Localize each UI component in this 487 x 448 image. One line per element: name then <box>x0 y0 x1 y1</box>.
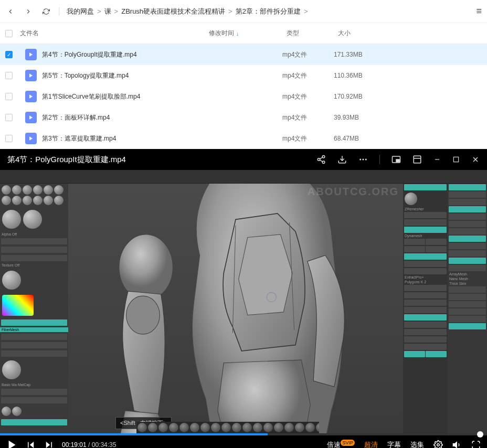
file-list: ✓ 第4节：PolyGroupIt提取重建.mp4 mp4文件 171.33MB… <box>0 44 487 149</box>
file-type: mp4文件 <box>282 134 334 143</box>
next-button[interactable] <box>44 440 54 448</box>
file-type: mp4文件 <box>282 92 334 101</box>
progress-bar[interactable] <box>0 433 487 435</box>
file-checkbox[interactable] <box>5 114 13 121</box>
svg-marker-3 <box>29 115 33 120</box>
breadcrumb-item[interactable]: 课 <box>104 7 111 16</box>
svg-marker-26 <box>9 441 16 448</box>
video-header: 第4节：PolyGroupIt提取重建.mp4 <box>0 149 487 170</box>
zbrush-menubar <box>0 170 487 184</box>
svg-marker-29 <box>46 442 50 448</box>
progress-fill <box>0 433 268 435</box>
svg-point-7 <box>322 161 325 164</box>
settings-icon[interactable] <box>433 440 443 448</box>
svg-line-8 <box>320 160 322 162</box>
time-display: 00:19:01 / 00:34:35 <box>62 441 116 448</box>
zbrush-viewport[interactable]: ABOUTCG.ORG <Shift - 左键按下> <box>68 184 403 433</box>
extractpro-label: ExtractPro+ <box>403 275 448 280</box>
breadcrumb-root[interactable]: 我的网盘 <box>67 7 94 16</box>
file-name: 第2节：面板环详解.mp4 <box>42 113 205 122</box>
svg-rect-14 <box>396 159 399 162</box>
file-checkbox[interactable] <box>5 93 13 100</box>
pip-icon[interactable] <box>391 155 401 164</box>
zbrush-right-panel-2: ArrayMesh Nano Mesh Thick Skin <box>448 170 487 433</box>
divider <box>379 155 380 164</box>
breadcrumb: 我的网盘 > 课 > ZBrush硬表面建模技术全流程精讲 > 第2章：部件拆分… <box>67 7 308 16</box>
color-picker[interactable] <box>2 295 34 316</box>
breadcrumb-item[interactable]: 第2章：部件拆分重建 <box>236 7 301 16</box>
svg-marker-27 <box>30 442 34 448</box>
file-type: mp4文件 <box>282 50 334 59</box>
download-icon[interactable] <box>337 155 347 164</box>
minimize-icon[interactable] <box>433 156 441 163</box>
fibermesh-label: FiberMesh <box>0 327 68 332</box>
play-button[interactable] <box>6 439 18 448</box>
video-title: 第4节：PolyGroupIt提取重建.mp4 <box>7 155 126 165</box>
column-time[interactable]: 修改时间↓ <box>209 29 287 38</box>
svg-point-6 <box>317 158 320 161</box>
file-checkbox[interactable] <box>5 72 13 79</box>
svg-marker-32 <box>453 442 457 448</box>
back-button[interactable] <box>5 6 16 17</box>
breadcrumb-item[interactable]: ZBrush硬表面建模技术全流程精讲 <box>121 7 225 16</box>
sort-icon: ↓ <box>236 30 239 37</box>
breadcrumb-sep: > <box>304 7 308 15</box>
alpha-label: Alpha Off <box>0 232 68 237</box>
video-file-icon <box>25 49 37 60</box>
nanomesh-label: Nano Mesh <box>448 276 487 281</box>
column-type[interactable]: 类型 <box>287 29 338 38</box>
speed-button[interactable]: 倍速SVIP <box>327 440 355 448</box>
zremesher-label: ZRemesher <box>403 207 448 211</box>
forward-button[interactable] <box>23 6 34 17</box>
file-name: 第4节：PolyGroupIt提取重建.mp4 <box>42 50 205 59</box>
file-size: 170.92MB <box>334 93 487 100</box>
prev-button[interactable] <box>26 440 36 448</box>
file-row[interactable]: 第5节：Topology提取重建.mp4 mp4文件 110.36MB <box>0 65 487 86</box>
file-checkbox[interactable]: ✓ <box>5 51 13 58</box>
svg-point-31 <box>437 444 440 446</box>
zbrush-left-panel: Alpha Off Texture Off FiberMesh Basic Ma… <box>0 170 68 433</box>
video-canvas[interactable]: Alpha Off Texture Off FiberMesh Basic Ma… <box>0 170 487 433</box>
volume-icon[interactable] <box>452 440 462 448</box>
column-size[interactable]: 大小 <box>338 29 487 38</box>
refresh-button[interactable] <box>41 6 51 17</box>
svg-point-5 <box>322 156 325 158</box>
share-icon[interactable] <box>316 155 326 164</box>
more-icon[interactable] <box>358 155 368 164</box>
file-size: 39.93MB <box>334 114 487 121</box>
file-row[interactable]: 第2节：面板环详解.mp4 mp4文件 39.93MB <box>0 107 487 128</box>
episodes-button[interactable]: 选集 <box>410 440 424 448</box>
breadcrumb-sep: > <box>228 7 232 15</box>
svg-point-21 <box>119 234 173 300</box>
svg-point-12 <box>365 159 367 161</box>
dock-icon[interactable] <box>412 155 422 164</box>
dynamesh-label: Dynamesh <box>403 233 448 238</box>
svg-rect-15 <box>414 156 421 163</box>
file-row[interactable]: ✓ 第4节：PolyGroupIt提取重建.mp4 mp4文件 171.33MB <box>0 44 487 65</box>
file-row[interactable]: 第3节：遮罩提取重建.mp4 mp4文件 68.47MB <box>0 128 487 149</box>
breadcrumb-sep: > <box>114 7 119 15</box>
svg-marker-1 <box>29 73 33 78</box>
maximize-icon[interactable] <box>452 156 460 163</box>
svg-marker-2 <box>29 94 33 99</box>
file-size: 110.36MB <box>334 72 487 79</box>
quality-button[interactable]: 超清 <box>364 440 378 448</box>
file-row[interactable]: 第1节SliceCurve笔刷提取脸部.mp4 mp4文件 170.92MB <box>0 86 487 107</box>
svg-point-10 <box>359 159 361 161</box>
fullscreen-icon[interactable] <box>471 440 481 448</box>
subtitle-button[interactable]: 字幕 <box>387 440 401 448</box>
thickskin-label: Thick Skin <box>448 281 487 286</box>
file-checkbox[interactable] <box>5 135 13 142</box>
svg-rect-18 <box>453 157 458 162</box>
video-file-icon <box>25 70 37 81</box>
menu-icon[interactable]: ≡ <box>476 6 482 17</box>
file-size: 68.47MB <box>334 135 487 142</box>
file-name: 第5节：Topology提取重建.mp4 <box>42 71 205 80</box>
column-name[interactable]: 文件名 <box>20 29 209 38</box>
file-size: 171.33MB <box>334 51 487 58</box>
close-icon[interactable] <box>471 155 480 164</box>
svip-badge: SVIP <box>341 440 355 446</box>
select-all-checkbox[interactable] <box>5 30 13 37</box>
svg-point-22 <box>126 296 160 334</box>
video-file-icon <box>25 91 37 102</box>
